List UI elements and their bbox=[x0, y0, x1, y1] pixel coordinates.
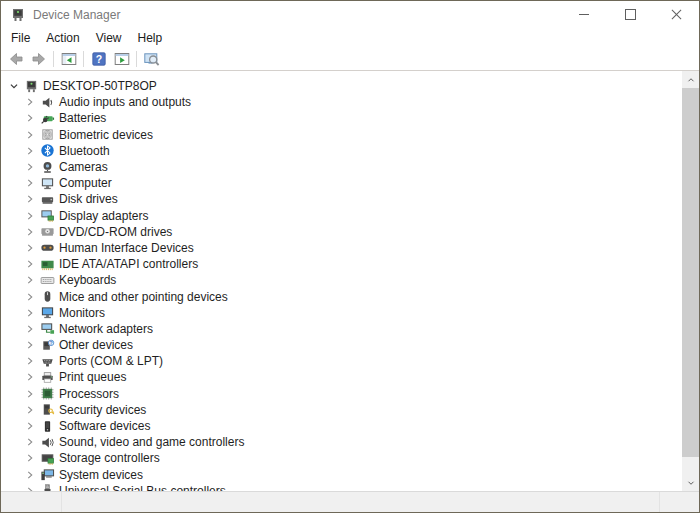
forward-button[interactable] bbox=[27, 49, 50, 69]
vertical-scrollbar[interactable] bbox=[682, 71, 699, 491]
tree-item-print-queues[interactable]: Print queues bbox=[1, 369, 682, 385]
maximize-button[interactable] bbox=[607, 1, 653, 28]
tree-item-computer[interactable]: Computer bbox=[1, 175, 682, 191]
chevron-right-icon[interactable] bbox=[22, 175, 38, 191]
tree-item-label: Cameras bbox=[59, 160, 108, 174]
tree-item-label: Security devices bbox=[59, 403, 146, 417]
tree-item-label: Computer bbox=[59, 176, 112, 190]
chevron-down-icon[interactable] bbox=[6, 78, 22, 94]
tree-item-label: Ports (COM & LPT) bbox=[59, 354, 163, 368]
chevron-right-icon[interactable] bbox=[22, 402, 38, 418]
chevron-right-icon[interactable] bbox=[22, 289, 38, 305]
tree-item-label: Sound, video and game controllers bbox=[59, 435, 244, 449]
tree-item-ports[interactable]: Ports (COM & LPT) bbox=[1, 353, 682, 369]
menu-file[interactable]: File bbox=[3, 29, 38, 47]
tree-item-sound-controllers[interactable]: Sound, video and game controllers bbox=[1, 434, 682, 450]
tree-item-label: Processors bbox=[59, 387, 119, 401]
chevron-right-icon[interactable] bbox=[22, 159, 38, 175]
tree-item-storage-controllers[interactable]: Storage controllers bbox=[1, 450, 682, 466]
status-panel-right bbox=[659, 492, 699, 512]
chevron-right-icon[interactable] bbox=[22, 450, 38, 466]
menu-help[interactable]: Help bbox=[130, 29, 171, 47]
tree-item-batteries[interactable]: Batteries bbox=[1, 110, 682, 126]
chevron-right-icon[interactable] bbox=[22, 191, 38, 207]
chevron-right-icon[interactable] bbox=[22, 110, 38, 126]
chevron-right-icon[interactable] bbox=[22, 386, 38, 402]
tree-item-label: Batteries bbox=[59, 111, 106, 125]
chevron-right-icon[interactable] bbox=[22, 337, 38, 353]
chevron-right-icon[interactable] bbox=[22, 208, 38, 224]
processor-chip-icon bbox=[40, 386, 55, 401]
chevron-right-icon[interactable] bbox=[22, 418, 38, 434]
chevron-right-icon[interactable] bbox=[22, 272, 38, 288]
tree-item-dvd-cdrom[interactable]: DVD/CD-ROM drives bbox=[1, 224, 682, 240]
tree-item-label: Mice and other pointing devices bbox=[59, 290, 228, 304]
tree-item-other-devices[interactable]: Other devices bbox=[1, 337, 682, 353]
chevron-right-icon[interactable] bbox=[22, 483, 38, 491]
fingerprint-icon bbox=[40, 127, 55, 142]
chevron-right-icon[interactable] bbox=[22, 434, 38, 450]
tree-item-processors[interactable]: Processors bbox=[1, 386, 682, 402]
tree-item-ide-controllers[interactable]: IDE ATA/ATAPI controllers bbox=[1, 256, 682, 272]
show-action-pane-button[interactable] bbox=[110, 49, 133, 69]
tree-item-keyboards[interactable]: Keyboards bbox=[1, 272, 682, 288]
tree-item-biometric[interactable]: Biometric devices bbox=[1, 127, 682, 143]
toolbar-separator bbox=[136, 51, 137, 67]
chevron-right-icon[interactable] bbox=[22, 143, 38, 159]
menu-view[interactable]: View bbox=[88, 29, 130, 47]
tree-item-mice[interactable]: Mice and other pointing devices bbox=[1, 288, 682, 304]
tree-item-label: Audio inputs and outputs bbox=[59, 95, 191, 109]
minimize-button[interactable] bbox=[561, 1, 607, 28]
tree-item-usb-controllers[interactable]: Universal Serial Bus controllers bbox=[1, 483, 682, 491]
window-controls bbox=[561, 1, 699, 28]
tree-item-label: Print queues bbox=[59, 370, 126, 384]
chevron-right-icon[interactable] bbox=[22, 353, 38, 369]
title-bar[interactable]: Device Manager bbox=[1, 1, 699, 28]
tree-item-software-devices[interactable]: Software devices bbox=[1, 418, 682, 434]
chevron-right-icon[interactable] bbox=[22, 467, 38, 483]
tree-item-audio[interactable]: Audio inputs and outputs bbox=[1, 94, 682, 110]
ide-controller-icon bbox=[40, 257, 55, 272]
tree-item-system-devices[interactable]: System devices bbox=[1, 467, 682, 483]
show-console-tree-button[interactable] bbox=[57, 49, 80, 69]
tree-item-label: Software devices bbox=[59, 419, 150, 433]
scroll-down-button[interactable] bbox=[682, 474, 699, 491]
help-button[interactable] bbox=[87, 49, 110, 69]
scrollbar-track[interactable] bbox=[682, 457, 699, 474]
chevron-right-icon[interactable] bbox=[22, 94, 38, 110]
tree-item-display-adapters[interactable]: Display adapters bbox=[1, 208, 682, 224]
menu-action[interactable]: Action bbox=[38, 29, 87, 47]
tree-item-disk-drives[interactable]: Disk drives bbox=[1, 191, 682, 207]
scrollbar-thumb[interactable] bbox=[682, 88, 699, 457]
tree-item-cameras[interactable]: Cameras bbox=[1, 159, 682, 175]
camera-icon bbox=[40, 160, 55, 175]
tree-item-bluetooth[interactable]: Bluetooth bbox=[1, 143, 682, 159]
printer-icon bbox=[40, 370, 55, 385]
menu-bar: File Action View Help bbox=[1, 28, 699, 48]
scroll-up-button[interactable] bbox=[682, 71, 699, 88]
tree-item-security-devices[interactable]: Security devices bbox=[1, 402, 682, 418]
unknown-device-icon bbox=[40, 338, 55, 353]
keyboard-icon bbox=[40, 273, 55, 288]
back-button[interactable] bbox=[4, 49, 27, 69]
close-button[interactable] bbox=[653, 1, 699, 28]
chevron-right-icon[interactable] bbox=[22, 321, 38, 337]
device-manager-icon bbox=[10, 7, 26, 23]
scan-for-hardware-changes-button[interactable] bbox=[140, 49, 163, 69]
tree-item-monitors[interactable]: Monitors bbox=[1, 305, 682, 321]
chevron-right-icon[interactable] bbox=[22, 369, 38, 385]
tree-item-label: Universal Serial Bus controllers bbox=[59, 484, 226, 491]
chevron-right-icon[interactable] bbox=[22, 256, 38, 272]
tree-item-label: Other devices bbox=[59, 338, 133, 352]
chevron-right-icon[interactable] bbox=[22, 224, 38, 240]
tree-item-hid[interactable]: Human Interface Devices bbox=[1, 240, 682, 256]
close-icon bbox=[671, 9, 682, 20]
device-manager-window: Device Manager File Action View Help DES… bbox=[0, 0, 700, 513]
chevron-right-icon[interactable] bbox=[22, 305, 38, 321]
tree-root-computer[interactable]: DESKTOP-50TP8OP bbox=[1, 78, 682, 94]
help-icon bbox=[91, 51, 107, 67]
network-adapter-icon bbox=[40, 321, 55, 336]
chevron-right-icon[interactable] bbox=[22, 240, 38, 256]
chevron-right-icon[interactable] bbox=[22, 127, 38, 143]
tree-item-network-adapters[interactable]: Network adapters bbox=[1, 321, 682, 337]
